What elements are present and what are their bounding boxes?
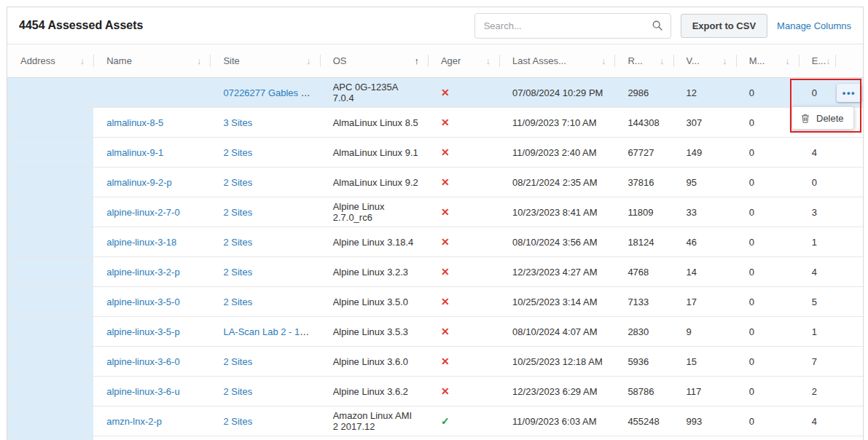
table-row[interactable]: alpine-linux-3-6-0 2 Sites Alpine Linux … <box>7 347 863 377</box>
sort-arrow-icon[interactable]: ↓ <box>660 55 665 66</box>
column-header-label: E... <box>812 55 826 66</box>
table-row[interactable]: awm1amaid01 KameOIS Amazon Linux AMI 2 ✕… <box>7 436 863 440</box>
site-link[interactable]: 2 Sites <box>223 296 252 307</box>
table-row[interactable]: almalinux-9-1 2 Sites AlmaLinux Linux 9.… <box>7 138 863 168</box>
cell-actions <box>835 317 863 347</box>
cell-site: LA-Scan Lab 2 - 10.4.... <box>210 317 319 347</box>
asset-name-link[interactable]: almalinux-8-5 <box>106 117 163 128</box>
asset-name-link[interactable]: alpine-linux-3-6-0 <box>106 356 179 367</box>
column-header-label: V... <box>687 55 700 66</box>
cell-address <box>7 406 93 436</box>
sort-arrow-icon[interactable]: ↓ <box>826 55 831 66</box>
column-header-e[interactable]: E... ↓ <box>799 44 835 78</box>
row-actions-button[interactable]: ••• <box>837 84 861 102</box>
cell-address <box>7 436 93 440</box>
table-row[interactable]: amzn-lnx-2-p 2 Sites Amazon Linux AMI 2 … <box>7 406 863 436</box>
cell-risk: 455248 <box>614 406 673 436</box>
site-link[interactable]: 2 Sites <box>223 386 252 397</box>
agent-fail-icon: ✕ <box>441 296 450 307</box>
sort-arrow-icon[interactable]: ↓ <box>785 55 790 66</box>
column-header-agent[interactable]: Ager ↓ <box>428 44 499 78</box>
menu-item-delete[interactable]: Delete <box>801 113 844 124</box>
cell-vulnerabilities: 95 <box>673 168 736 197</box>
cell-agent: ✕ <box>428 197 499 227</box>
manage-columns-link[interactable]: Manage Columns <box>777 20 854 31</box>
site-link[interactable]: LA-Scan Lab 2 - 10.4.... <box>223 326 319 337</box>
cell-actions <box>835 257 863 287</box>
site-link[interactable]: 2 Sites <box>223 416 252 427</box>
sort-arrow-icon[interactable]: ↓ <box>722 55 727 66</box>
cell-last-assessed: 08/10/2024 4:07 AM <box>499 317 614 347</box>
cell-vulnerabilities: 117 <box>673 377 736 406</box>
table-row[interactable]: almalinux-9-2-p 2 Sites AlmaLinux Linux … <box>7 168 863 197</box>
cell-malware: 0 <box>736 317 799 347</box>
table-row[interactable]: alpine-linux-2-7-0 2 Sites Alpine Linux … <box>7 197 863 227</box>
table-row[interactable]: alpine-linux-3-5-0 2 Sites Alpine Linux … <box>7 287 863 317</box>
cell-os: Amazon Linux AMI 2 <box>320 436 428 440</box>
table-row[interactable]: 07226277 Gables KM... APC 0G-1235A 7.0.4… <box>7 78 863 108</box>
sort-arrow-icon[interactable]: ↓ <box>197 55 202 66</box>
cell-malware: 0 <box>736 227 799 257</box>
assets-table: Address ↓ Name ↓ Site ↓ OS ↑ Ager ↓ Last… <box>7 44 863 440</box>
site-link[interactable]: 3 Sites <box>223 117 252 128</box>
cell-exploits: 4 <box>799 257 835 287</box>
asset-name-link[interactable]: amzn-lnx-2-p <box>106 416 162 427</box>
asset-name-link[interactable]: almalinux-9-1 <box>106 147 163 158</box>
sort-arrow-icon[interactable]: ↑ <box>414 55 419 66</box>
export-csv-button[interactable]: Export to CSV <box>681 14 767 38</box>
agent-fail-icon: ✕ <box>441 385 450 397</box>
asset-name-link[interactable]: alpine-linux-3-5-p <box>106 326 179 337</box>
cell-last-assessed: 10/25/2023 12:18 AM <box>499 347 614 377</box>
site-link[interactable]: 2 Sites <box>223 147 252 158</box>
site-link[interactable]: 2 Sites <box>223 207 252 218</box>
column-header-address[interactable]: Address ↓ <box>7 44 93 78</box>
cell-name: amzn-lnx-2-p <box>93 406 210 436</box>
column-header-name[interactable]: Name ↓ <box>93 44 210 78</box>
column-header-r[interactable]: R... ↓ <box>614 44 673 78</box>
cell-address <box>7 227 93 257</box>
cell-malware: 0 <box>736 377 799 406</box>
site-link[interactable]: 2 Sites <box>223 267 252 278</box>
cell-agent: ✕ <box>428 287 499 317</box>
site-link[interactable]: 2 Sites <box>223 177 252 188</box>
table-header: Address ↓ Name ↓ Site ↓ OS ↑ Ager ↓ Last… <box>7 44 863 78</box>
column-header-m[interactable]: M... ↓ <box>736 44 799 78</box>
cell-risk: 18124 <box>614 227 673 257</box>
asset-name-link[interactable]: alpine-linux-3-5-0 <box>106 296 179 307</box>
table-row[interactable]: alpine-linux-3-6-u 2 Sites Alpine Linux … <box>7 377 863 406</box>
search-icon[interactable] <box>652 20 663 31</box>
sort-arrow-icon[interactable]: ↓ <box>486 55 491 66</box>
asset-name-link[interactable]: almalinux-9-2-p <box>106 177 172 188</box>
cell-site: 2 Sites <box>210 168 319 197</box>
column-header-v[interactable]: V... ↓ <box>673 44 736 78</box>
cell-site: 2 Sites <box>210 138 319 168</box>
search-input[interactable] <box>482 20 652 32</box>
table-row[interactable]: alpine-linux-3-18 2 Sites Alpine Linux 3… <box>7 227 863 257</box>
cell-name <box>93 78 210 108</box>
column-header-site[interactable]: Site ↓ <box>210 44 319 78</box>
cell-agent: ✕ <box>428 108 499 138</box>
cell-actions <box>835 138 863 168</box>
cell-agent: ✕ <box>428 78 499 108</box>
site-link[interactable]: 07226277 Gables KM... <box>223 87 319 98</box>
site-link[interactable]: 2 Sites <box>223 356 252 367</box>
table-row[interactable]: almalinux-8-5 3 Sites AlmaLinux Linux 8.… <box>7 108 863 138</box>
column-header-label: M... <box>749 55 765 66</box>
column-header-os[interactable]: OS ↑ <box>320 44 428 78</box>
asset-name-link[interactable]: alpine-linux-2-7-0 <box>106 207 179 218</box>
cell-agent: ✕ <box>428 257 499 287</box>
site-link[interactable]: 2 Sites <box>223 237 252 248</box>
cell-vulnerabilities: 12 <box>673 78 736 108</box>
cell-last-assessed: 10/25/2023 3:14 AM <box>499 287 614 317</box>
table-row[interactable]: alpine-linux-3-2-p 2 Sites Alpine Linux … <box>7 257 863 287</box>
table-row[interactable]: alpine-linux-3-5-p LA-Scan Lab 2 - 10.4.… <box>7 317 863 347</box>
cell-agent: ✕ <box>428 317 499 347</box>
sort-arrow-icon[interactable]: ↓ <box>80 55 85 66</box>
sort-arrow-icon[interactable]: ↓ <box>306 55 311 66</box>
sort-arrow-icon[interactable]: ↓ <box>601 55 606 66</box>
asset-name-link[interactable]: alpine-linux-3-2-p <box>106 267 179 278</box>
cell-address <box>7 138 93 168</box>
asset-name-link[interactable]: alpine-linux-3-18 <box>106 237 176 248</box>
asset-name-link[interactable]: alpine-linux-3-6-u <box>106 386 179 397</box>
column-header-last_assessed[interactable]: Last Asses... ↓ <box>499 44 614 78</box>
